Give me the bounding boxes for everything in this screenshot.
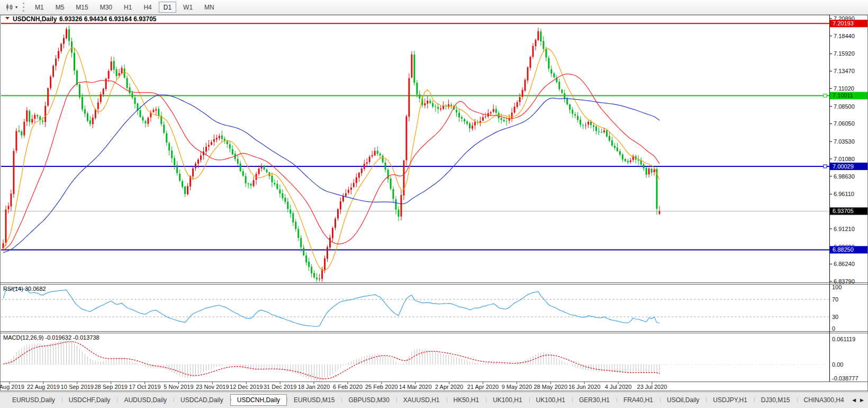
chart-symbol-title: USDCNH,Daily xyxy=(13,15,57,23)
rsi-indicator-label: RSI(14) 30.0682 xyxy=(3,286,46,292)
date-axis-label: 28 May 2020 xyxy=(534,384,568,390)
timeframe-button-m15[interactable]: M15 xyxy=(71,2,93,13)
rsi-axis-label: 100 xyxy=(832,284,842,290)
tab-eurusd-daily[interactable]: EURUSD,Daily xyxy=(5,394,62,406)
tab-uk100-h1[interactable]: UK100,H1 xyxy=(529,394,572,406)
date-axis-label: 16 Jun 2020 xyxy=(568,384,601,390)
date-axis-label: 17 Oct 2019 xyxy=(129,384,161,390)
tabs-scroll-right-button[interactable]: ▶ xyxy=(860,398,864,403)
macd-axis-label: 0.00 xyxy=(832,361,843,368)
tab-hk50-h1[interactable]: HK50,H1 xyxy=(447,394,486,406)
tab-gbpusd-m30[interactable]: GBPUSD,M30 xyxy=(341,394,396,406)
price-axis-box: 7.20193 xyxy=(830,20,867,27)
date-axis-label: 23 Nov 2019 xyxy=(196,384,229,390)
toolbar-grip[interactable] xyxy=(23,3,25,12)
price-axis-box: 6.88250 xyxy=(830,246,867,253)
date-axis-label: 10 Sep 2019 xyxy=(61,384,94,390)
candlestick-chart-icon xyxy=(5,3,14,11)
price-axis-label: 6.96110 xyxy=(834,191,854,197)
timeframe-button-h4[interactable]: H4 xyxy=(139,2,156,13)
date-axis-label: 2 Apr 2020 xyxy=(435,384,463,390)
tab-usoil-daily[interactable]: USOil,Daily xyxy=(660,394,706,406)
tab-usdcad-daily[interactable]: USDCAD,Daily xyxy=(174,394,230,406)
tab-china300-h4[interactable]: CHINA300,H4 xyxy=(797,394,851,406)
price-axis-label: 6.98630 xyxy=(834,173,855,180)
price-axis-label: 6.91210 xyxy=(834,226,855,232)
timeframe-button-m5[interactable]: M5 xyxy=(51,2,69,13)
date-axis-label: 6 Feb 2020 xyxy=(333,384,363,390)
price-axis-label: 7.06050 xyxy=(834,120,855,127)
rsi-axis-label: 0 xyxy=(832,325,835,332)
tabs-scroll-left-button[interactable]: ◀ xyxy=(852,398,856,403)
tab-dj30-m15[interactable]: DJ30,M15 xyxy=(754,394,797,406)
toolbar: ▾ M1M5M15M30H1H4D1W1MN xyxy=(0,0,868,15)
macd-axis-label: 0.061119 xyxy=(832,336,855,342)
date-axis-label: 12 Dec 2019 xyxy=(230,384,263,390)
tab-fra40-h1[interactable]: FRA40,H1 xyxy=(617,394,660,406)
tab-usdcnh-daily[interactable]: USDCNH,Daily xyxy=(230,394,287,406)
chart-tabs-bar: EURUSD,DailyUSDCHF,DailyAUDUSD,DailyUSDC… xyxy=(0,392,868,408)
date-axis-label: 5 Nov 2019 xyxy=(164,384,193,390)
date-axis-label: 22 Aug 2019 xyxy=(27,384,60,390)
date-axis-label: 4 Jul 2020 xyxy=(605,384,632,390)
hline-marker xyxy=(824,94,827,97)
price-axis-box: 7.00029 xyxy=(830,163,867,170)
chart-window-frame xyxy=(0,15,868,391)
price-axis-label: 7.03530 xyxy=(834,138,855,145)
price-axis-box: 6.93705 xyxy=(830,207,867,215)
tab-xauusd-h1[interactable]: XAUUSD,H1 xyxy=(396,394,447,406)
tabs-scroll-arrows: ◀ ▶ xyxy=(848,393,868,408)
tab-usdjpy-h1[interactable]: USDJPY,H1 xyxy=(706,394,754,406)
price-axis-label: 7.01080 xyxy=(834,156,855,162)
timeframe-button-w1[interactable]: W1 xyxy=(178,2,197,13)
chart-type-button[interactable]: ▾ xyxy=(3,2,20,12)
hline-marker xyxy=(824,165,827,168)
price-axis-label: 7.08500 xyxy=(834,103,855,110)
date-axis-label: 21 Apr 2020 xyxy=(467,384,499,390)
macd-indicator-label: MACD(12,26,9) -0.019632 -0.013738 xyxy=(3,334,100,341)
timeframe-button-mn[interactable]: MN xyxy=(200,2,219,13)
date-axis-label: 14 Mar 2020 xyxy=(399,384,432,390)
chart-tabs: EURUSD,DailyUSDCHF,DailyAUDUSD,DailyUSDC… xyxy=(5,394,868,406)
date-axis-label: 18 Jan 2020 xyxy=(298,384,330,390)
macd-axis-label: -0.038777 xyxy=(832,375,858,382)
price-axis-box-label: 7.20193 xyxy=(833,20,854,26)
chart-ohlc-values: 6.93326 6.94434 6.93164 6.93705 xyxy=(59,15,157,23)
rsi-axis-label: 70 xyxy=(832,296,838,303)
price-axis-box-label: 7.10011 xyxy=(833,92,853,99)
price-axis-label: 7.13470 xyxy=(834,68,855,74)
timeframe-button-m1[interactable]: M1 xyxy=(30,2,49,13)
timeframe-buttons: M1M5M15M30H1H4D1W1MN xyxy=(30,2,221,13)
price-axis-label: 7.11020 xyxy=(834,85,854,92)
price-axis-box: 7.10011 xyxy=(830,92,867,99)
chevron-down-icon: ▾ xyxy=(15,5,17,10)
price-axis-box-label: 6.93705 xyxy=(833,208,854,214)
rsi-axis-label: 30 xyxy=(832,314,838,320)
timeframe-button-h1[interactable]: H1 xyxy=(119,2,137,13)
date-axis-label: 25 Feb 2020 xyxy=(365,384,398,390)
timeframe-button-m30[interactable]: M30 xyxy=(95,2,117,13)
date-axis-label: 28 Sep 2019 xyxy=(94,384,127,390)
date-axis-label: 3 Aug 2019 xyxy=(0,384,24,390)
date-axis-label: 23 Jul 2020 xyxy=(637,384,667,390)
tab-usdchf-daily[interactable]: USDCHF,Daily xyxy=(62,394,117,406)
date-axis: 3 Aug 201922 Aug 201910 Sep 201928 Sep 2… xyxy=(0,382,667,390)
date-axis-label: 9 May 2020 xyxy=(502,384,532,390)
timeframe-button-d1[interactable]: D1 xyxy=(159,2,176,13)
tab-eurusd-m15[interactable]: EURUSD,M15 xyxy=(287,394,341,406)
price-axis-box-label: 7.00029 xyxy=(833,163,854,170)
price-axis-label: 7.15920 xyxy=(834,50,855,57)
tab-ger30-h1[interactable]: GER30,H1 xyxy=(572,394,617,406)
price-axis-box-label: 6.88250 xyxy=(833,246,854,253)
tab-audusd-daily[interactable]: AUDUSD,Daily xyxy=(117,394,174,406)
date-axis-label: 31 Dec 2019 xyxy=(264,384,296,390)
tab-uk100-h1[interactable]: UK100,H1 xyxy=(486,394,529,406)
price-axis-label: 7.18440 xyxy=(834,33,855,39)
price-chart[interactable]: 7.208907.184407.159207.134707.110207.085… xyxy=(0,0,868,408)
price-axis-label: 6.86240 xyxy=(834,261,855,267)
